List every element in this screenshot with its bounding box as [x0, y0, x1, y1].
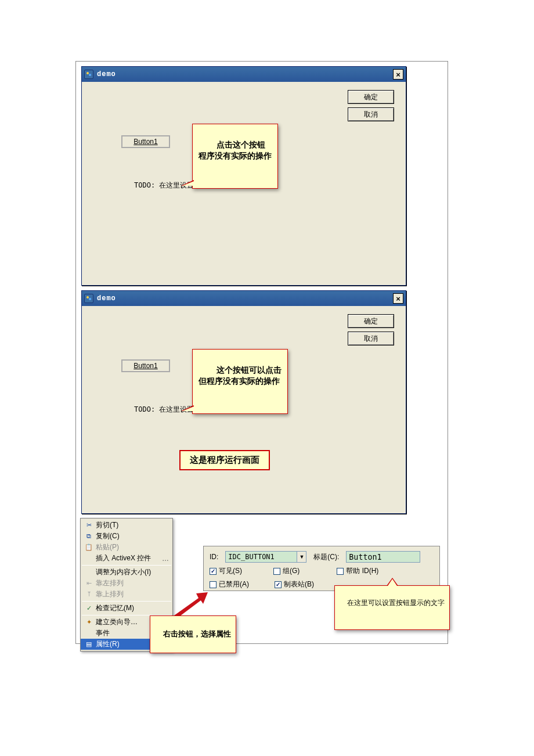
- blank-icon: [84, 629, 93, 638]
- checkbox-disabled-label: 已禁用(A): [219, 579, 249, 589]
- callout-runtime: 这个按钮可以点击 但程序没有实际的操作: [192, 349, 288, 414]
- align-top-icon: ⤒: [84, 590, 93, 599]
- window-title: demo: [97, 294, 393, 303]
- button1-runtime[interactable]: Button1: [121, 359, 170, 372]
- checkbox-icon: [275, 581, 282, 588]
- menu-separator: [82, 565, 171, 566]
- menu-insert-activex-label: 插入 ActiveX 控件: [96, 553, 162, 563]
- svg-point-1: [89, 74, 91, 76]
- callout-text: 右击按钮，选择属性: [163, 629, 231, 638]
- cancel-button[interactable]: 取消: [348, 332, 394, 345]
- svg-marker-4: [174, 592, 208, 618]
- ok-button[interactable]: 确定: [348, 314, 394, 328]
- menu-paste-label: 粘贴(P): [96, 542, 169, 552]
- menu-paste: 📋 粘贴(P): [81, 542, 172, 553]
- checkbox-icon: [273, 568, 280, 575]
- check-mnemonics-icon: ✓: [84, 604, 93, 613]
- callout-text: 在这里可以设置按钮显示的文字: [347, 599, 445, 607]
- callout-caption-hint: 在这里可以设置按钮显示的文字: [334, 585, 450, 630]
- prop-row-checks-1: 可见(S) 组(G) 帮助 ID(H): [210, 566, 434, 576]
- svg-point-0: [86, 72, 89, 74]
- checkbox-icon: [210, 581, 217, 588]
- menu-size-to-content-label: 调整为内容大小(I): [96, 567, 169, 577]
- button1-design[interactable]: Button1: [121, 135, 170, 148]
- dialog-body: 确定 取消 Button1 TODO: 在这里设置对话控制。 这个按钮可以点击 …: [82, 306, 406, 513]
- menu-align-left: ⇤ 靠左排列: [81, 578, 172, 589]
- callout-right-click: 右击按钮，选择属性: [150, 615, 236, 653]
- properties-icon: ▤: [84, 640, 93, 649]
- app-icon: [84, 70, 93, 79]
- dialog-body: 确定 取消 Button1 TODO: 在这里设置对话控制。 点击这个按钮 程序…: [82, 82, 406, 285]
- callout-arrow-icon: [387, 578, 398, 586]
- prop-id-label: ID:: [210, 553, 218, 561]
- menu-copy-label: 复制(C): [96, 531, 169, 541]
- checkbox-visible-label: 可见(S): [219, 566, 242, 576]
- properties-panel: ID: IDC_BUTTON1 ▼ 标题(C): 可见(S) 组(G) 帮助 I…: [203, 546, 440, 591]
- dialog-demo-runtime: demo × 确定 取消 Button1 TODO: 在这里设置对话控制。 这个…: [81, 290, 406, 514]
- callout-arrow-icon: [181, 180, 194, 186]
- cancel-button[interactable]: 取消: [348, 107, 394, 121]
- scissors-icon: ✂: [84, 521, 93, 530]
- prop-row-id: ID: IDC_BUTTON1 ▼ 标题(C):: [210, 551, 434, 563]
- menu-check-mnemonics[interactable]: ✓ 检查记忆(M): [81, 603, 172, 614]
- ellipsis-icon: …: [162, 555, 169, 563]
- checkbox-helpid-label: 帮助 ID(H): [346, 566, 378, 576]
- prop-id-combo[interactable]: IDC_BUTTON1 ▼: [225, 551, 306, 563]
- runtime-caption: 这是程序运行画面: [179, 450, 270, 470]
- button1-label: Button1: [134, 138, 157, 146]
- align-left-icon: ⇤: [84, 579, 93, 588]
- checkbox-group-label: 组(G): [283, 566, 300, 576]
- checkbox-icon: [210, 568, 217, 575]
- menu-insert-activex[interactable]: 插入 ActiveX 控件 …: [81, 553, 172, 564]
- menu-copy[interactable]: ⧉ 复制(C): [81, 531, 172, 542]
- close-icon[interactable]: ×: [393, 293, 403, 304]
- checkbox-visible[interactable]: 可见(S): [210, 566, 242, 576]
- checkbox-icon: [337, 568, 344, 575]
- checkbox-disabled[interactable]: 已禁用(A): [210, 579, 249, 589]
- checkbox-tabstop-label: 制表站(B): [284, 579, 314, 589]
- app-icon: [84, 294, 93, 303]
- prop-caption-label: 标题(C):: [313, 552, 339, 562]
- close-icon[interactable]: ×: [393, 69, 403, 80]
- titlebar[interactable]: demo ×: [82, 67, 406, 82]
- class-wizard-icon: ✦: [84, 618, 93, 627]
- svg-point-3: [89, 298, 91, 300]
- menu-cut[interactable]: ✂ 剪切(T): [81, 520, 172, 531]
- menu-separator: [82, 601, 171, 602]
- ok-button[interactable]: 确定: [348, 90, 394, 104]
- blank-icon: [84, 554, 93, 563]
- dialog-demo-design: demo × 确定 取消 Button1 TODO: 在这里设置对话控制。 点击…: [81, 66, 406, 286]
- checkbox-tabstop[interactable]: 制表站(B): [275, 579, 314, 589]
- button1-label: Button1: [134, 362, 157, 370]
- callout-arrow-icon: [181, 405, 194, 411]
- chevron-down-icon[interactable]: ▼: [297, 552, 306, 562]
- menu-size-to-content[interactable]: 调整为内容大小(I): [81, 567, 172, 578]
- page: demo × 确定 取消 Button1 TODO: 在这里设置对话控制。 点击…: [0, 0, 534, 756]
- menu-align-top: ⤒ 靠上排列: [81, 589, 172, 600]
- prop-id-value: IDC_BUTTON1: [226, 553, 297, 561]
- svg-point-2: [86, 296, 89, 298]
- callout-text: 点击这个按钮 程序没有实际的操作: [199, 140, 272, 161]
- titlebar[interactable]: demo ×: [82, 291, 406, 306]
- checkbox-help-id[interactable]: 帮助 ID(H): [337, 566, 378, 576]
- copy-icon: ⧉: [84, 532, 93, 541]
- window-title: demo: [97, 70, 393, 78]
- paste-icon: 📋: [84, 543, 93, 552]
- blank-icon: [84, 568, 93, 577]
- callout-design: 点击这个按钮 程序没有实际的操作: [192, 124, 278, 189]
- checkbox-group[interactable]: 组(G): [273, 566, 300, 576]
- menu-check-mnemonics-label: 检查记忆(M): [96, 603, 169, 613]
- menu-cut-label: 剪切(T): [96, 520, 169, 530]
- menu-align-top-label: 靠上排列: [96, 589, 169, 599]
- prop-caption-input[interactable]: [346, 551, 420, 563]
- callout-text: 这个按钮可以点击 但程序没有实际的操作: [199, 365, 282, 386]
- menu-align-left-label: 靠左排列: [96, 578, 169, 588]
